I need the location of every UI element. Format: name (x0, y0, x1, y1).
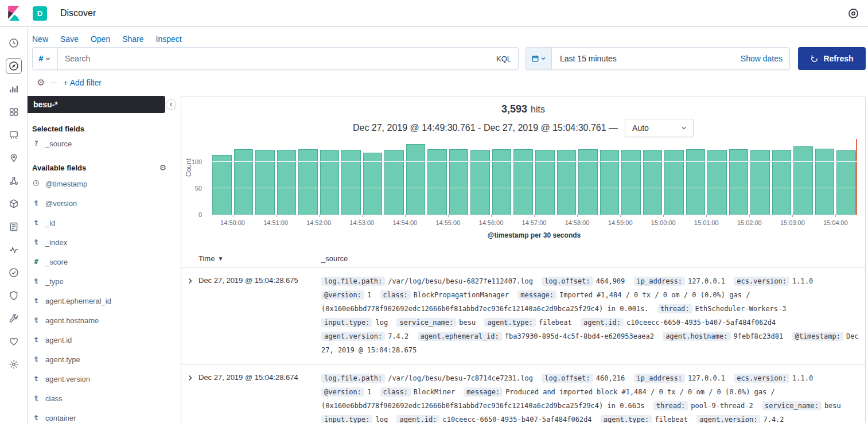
x-axis-tick (792, 215, 793, 217)
expand-row-button[interactable] (181, 371, 198, 423)
histogram-bar[interactable] (449, 149, 469, 215)
kibana-logo[interactable] (0, 6, 28, 21)
histogram-bar[interactable] (363, 153, 383, 215)
nav-apm[interactable] (6, 242, 22, 258)
time-range-value[interactable]: Last 15 minutes (552, 48, 617, 69)
histogram-bars[interactable] (211, 139, 857, 215)
histogram-bar[interactable] (686, 149, 706, 215)
field-item[interactable]: tagent.id (28, 330, 171, 350)
expand-row-button[interactable] (181, 274, 198, 357)
histogram-bar[interactable] (427, 149, 447, 215)
collapse-sidebar-button[interactable] (166, 99, 176, 110)
histogram-bar[interactable] (341, 150, 361, 215)
calendar-button[interactable] (526, 48, 552, 69)
space-badge[interactable]: D (33, 6, 47, 21)
histogram-bar[interactable] (772, 150, 792, 215)
add-filter-link[interactable]: + Add filter (63, 78, 102, 87)
map-pin-icon (9, 153, 19, 163)
nav-siem[interactable] (6, 288, 22, 304)
kql-language-button[interactable]: KQL (489, 48, 518, 69)
histogram-bar[interactable] (492, 149, 512, 215)
shield-icon (9, 290, 19, 301)
saved-query-menu-button[interactable]: # (33, 48, 58, 69)
nav-recently-viewed[interactable] (6, 35, 22, 51)
histogram-bar[interactable] (729, 149, 749, 215)
field-item[interactable]: tcontainer (28, 408, 171, 423)
menu-share[interactable]: Share (122, 34, 143, 44)
field-item[interactable]: tagent.version (28, 369, 171, 389)
row-time: Dec 27, 2019 @ 15:04:28.675 (198, 274, 321, 357)
nav-canvas[interactable] (6, 127, 22, 143)
table-row: Dec 27, 2019 @ 15:04:28.675log.file.path… (181, 268, 865, 365)
show-dates-link[interactable]: Show dates (734, 48, 789, 69)
histogram-bar[interactable] (621, 150, 641, 215)
chevron-down-icon (540, 56, 546, 61)
nav-discover[interactable] (6, 58, 22, 74)
field-item[interactable]: ?_source (28, 135, 171, 152)
cube-icon (9, 199, 19, 209)
field-item[interactable]: t_index (28, 232, 171, 252)
histogram-bar[interactable] (277, 150, 297, 215)
histogram-bar[interactable] (600, 150, 620, 215)
field-item[interactable]: tclass (28, 389, 171, 408)
nav-management[interactable] (6, 356, 22, 372)
histogram-bar[interactable] (557, 150, 577, 215)
field-item[interactable]: tagent.type (28, 350, 171, 369)
histogram-bar[interactable] (384, 150, 404, 215)
menu-open[interactable]: Open (91, 34, 110, 44)
field-item[interactable]: @timestamp (28, 174, 171, 193)
nav-uptime[interactable] (6, 265, 22, 281)
index-pattern-selector[interactable]: besu-* (28, 96, 165, 113)
source-column-header[interactable]: _source (321, 254, 865, 263)
histogram-bar[interactable] (836, 150, 856, 215)
histogram-bar[interactable] (255, 150, 275, 215)
nav-visualize[interactable] (6, 81, 22, 97)
menu-inspect[interactable]: Inspect (156, 34, 182, 44)
check-circle-icon (9, 267, 19, 278)
time-column-header[interactable]: Time ▼ (198, 254, 321, 263)
chevron-right-icon (186, 374, 194, 382)
clock-icon (33, 180, 40, 187)
histogram-bar[interactable] (815, 149, 835, 215)
refresh-button[interactable]: Refresh (798, 47, 866, 70)
field-item[interactable]: tagent.ephemeral_id (28, 291, 171, 311)
nav-maps[interactable] (6, 150, 22, 166)
histogram-bar[interactable] (707, 150, 727, 215)
histogram-bar[interactable] (320, 150, 340, 215)
field-item[interactable]: t_id (28, 213, 171, 232)
field-settings-gear-icon[interactable]: ⚙ (159, 164, 166, 172)
histogram-bar[interactable] (234, 149, 254, 215)
field-name-badge: agent.version: (321, 332, 385, 341)
nav-dashboard[interactable] (6, 104, 22, 120)
x-axis-tick-label: 14:51:00 (263, 219, 288, 226)
histogram-bar[interactable] (664, 150, 684, 215)
histogram-bar[interactable] (750, 150, 770, 215)
histogram-bar[interactable] (643, 150, 663, 215)
menu-new[interactable]: New (32, 34, 48, 44)
filter-settings-gear-icon[interactable]: ⚙ (37, 78, 45, 87)
histogram-bar[interactable] (406, 144, 426, 215)
nav-stack-monitoring[interactable] (6, 333, 22, 350)
field-name-badge: log.offset: (542, 277, 593, 286)
field-item[interactable]: t_type (28, 271, 171, 291)
field-item[interactable]: #_score (28, 252, 171, 271)
histogram-bar[interactable] (513, 149, 533, 215)
field-item[interactable]: t@version (28, 193, 171, 213)
field-name-badge: ecs.version: (734, 277, 789, 286)
interval-select[interactable]: Auto (625, 119, 694, 137)
histogram-bar[interactable] (793, 146, 813, 215)
nav-logs[interactable] (6, 219, 22, 235)
histogram-bar[interactable] (535, 150, 555, 215)
histogram-bar[interactable] (212, 155, 232, 215)
menu-save[interactable]: Save (60, 34, 79, 44)
circle-icon[interactable] (848, 8, 859, 19)
histogram-bar[interactable] (470, 150, 490, 215)
x-axis-tick (405, 215, 406, 217)
histogram-bar[interactable] (578, 149, 598, 215)
nav-dev-tools[interactable] (6, 311, 22, 327)
field-item[interactable]: tagent.hostname (28, 311, 171, 330)
search-input[interactable] (58, 48, 489, 69)
nav-metrics[interactable] (6, 196, 22, 212)
histogram-bar[interactable] (298, 149, 318, 215)
nav-machine-learning[interactable] (6, 173, 22, 189)
